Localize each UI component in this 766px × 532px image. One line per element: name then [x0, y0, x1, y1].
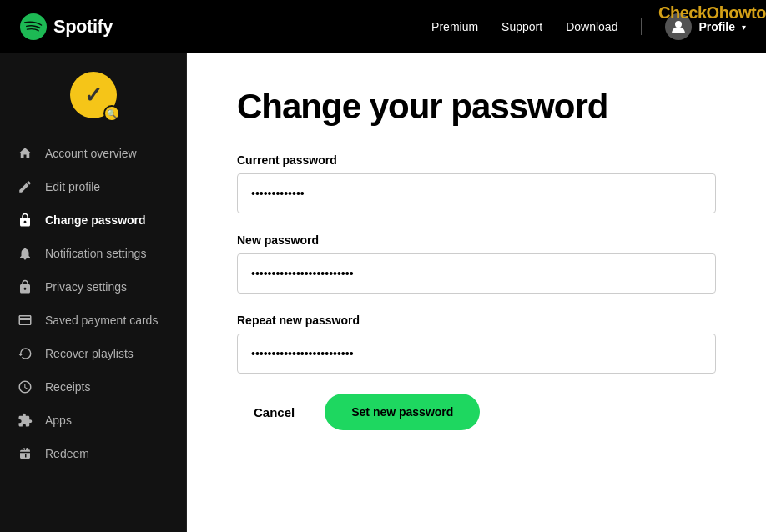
svg-point-0: [20, 13, 47, 40]
current-password-label: Current password: [237, 153, 716, 167]
header: Spotify Premium Support Download Profile…: [0, 0, 766, 53]
page-title: Change your password: [237, 87, 716, 127]
chevron-down-icon: ▾: [742, 23, 746, 32]
recover-icon: [17, 345, 33, 362]
new-password-group: New password: [237, 233, 716, 294]
cancel-button[interactable]: Cancel: [237, 397, 311, 428]
bell-icon: [17, 245, 33, 262]
sidebar-item-recover-playlists[interactable]: Recover playlists: [0, 337, 186, 370]
sidebar-item-account-overview[interactable]: Account overview: [0, 137, 186, 170]
repeat-password-group: Repeat new password: [237, 314, 716, 374]
sidebar-item-apps[interactable]: Apps: [0, 404, 186, 437]
current-password-group: Current password: [237, 153, 716, 213]
header-divider: [641, 18, 642, 35]
sidebar-item-label: Edit profile: [45, 180, 100, 193]
sidebar-item-label: Notification settings: [45, 247, 146, 260]
sidebar: 🔍 Account overview Edit profile C: [0, 53, 187, 532]
magnify-icon: 🔍: [103, 105, 120, 122]
nav-download[interactable]: Download: [566, 20, 617, 33]
nav-premium[interactable]: Premium: [431, 20, 478, 33]
set-password-button[interactable]: Set new password: [325, 394, 480, 430]
sidebar-item-label: Redeem: [45, 447, 89, 460]
watermark: CheckOhowto: [658, 3, 766, 23]
card-icon: [17, 312, 33, 329]
sidebar-item-redeem[interactable]: Redeem: [0, 437, 186, 470]
sidebar-item-privacy-settings[interactable]: Privacy settings: [0, 270, 186, 304]
sidebar-item-label: Receipts: [45, 380, 90, 394]
repeat-password-input[interactable]: [237, 334, 716, 374]
sidebar-item-notification-settings[interactable]: Notification settings: [0, 237, 186, 270]
sidebar-item-label: Recover playlists: [45, 347, 134, 360]
privacy-lock-icon: [17, 279, 33, 295]
new-password-input[interactable]: [237, 253, 716, 294]
sidebar-item-receipts[interactable]: Receipts: [0, 370, 186, 404]
form-actions: Cancel Set new password: [237, 394, 716, 430]
header-left: Spotify: [20, 13, 113, 40]
main-layout: 🔍 Account overview Edit profile C: [0, 53, 766, 532]
sidebar-logo: 🔍: [68, 70, 118, 120]
puzzle-icon: [17, 412, 33, 429]
nav-support[interactable]: Support: [501, 20, 542, 33]
sidebar-item-label: Saved payment cards: [45, 314, 158, 327]
edit-icon: [17, 178, 33, 195]
repeat-password-label: Repeat new password: [237, 314, 716, 327]
main-content: Change your password Current password Ne…: [187, 53, 766, 532]
spotify-wordmark: Spotify: [53, 16, 113, 38]
gift-icon: [17, 445, 33, 462]
spotify-logo[interactable]: Spotify: [20, 13, 113, 40]
sidebar-item-change-password[interactable]: Change password: [0, 203, 186, 237]
sidebar-item-label: Privacy settings: [45, 280, 127, 294]
current-password-input[interactable]: [237, 173, 716, 213]
spotify-icon: [20, 13, 47, 40]
lock-icon: [17, 212, 33, 228]
sidebar-nav: Account overview Edit profile Change pas…: [0, 137, 186, 470]
new-password-label: New password: [237, 233, 716, 247]
home-icon: [17, 145, 33, 162]
clock-icon: [17, 379, 33, 395]
sidebar-item-saved-payment-cards[interactable]: Saved payment cards: [0, 304, 186, 337]
sidebar-item-label: Apps: [45, 414, 72, 427]
sidebar-item-label: Account overview: [45, 147, 137, 160]
sidebar-item-edit-profile[interactable]: Edit profile: [0, 170, 186, 203]
sidebar-item-label: Change password: [45, 213, 146, 227]
